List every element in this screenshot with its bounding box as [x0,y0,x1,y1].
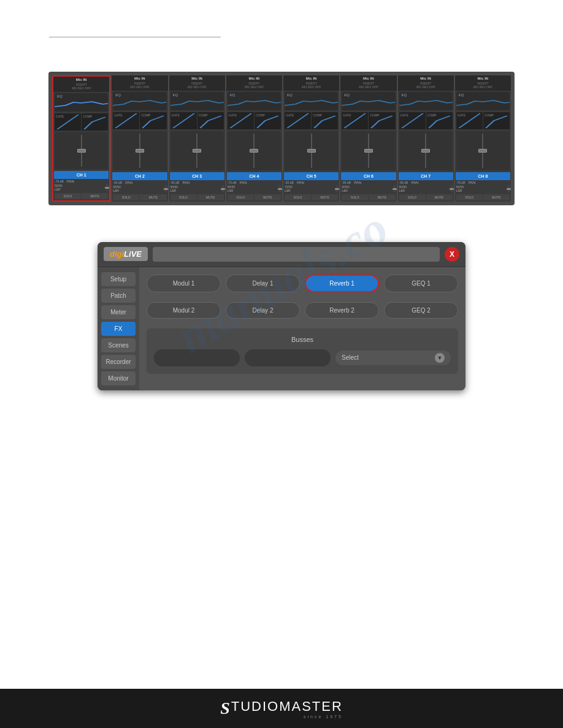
solo-btn-ch1[interactable]: SOLO [55,193,81,199]
fader-area-ch8[interactable] [456,131,510,170]
channel-strip-ch2[interactable]: Mic IN INSERT 48V REV HPF EQ GATE COMP [112,75,167,202]
channel-strip-ch6[interactable]: Mic IN INSERT 48V REV HPF EQ GATE COMP [340,75,396,202]
sidebar-btn-scenes[interactable]: Scenes [101,338,136,352]
mini-fader-ch8[interactable] [508,185,510,192]
digilive-close-button[interactable]: X [445,247,459,262]
fader-handle-ch8[interactable] [478,149,487,153]
flags-ch7: 48V REV HPF [400,85,452,89]
mini-fader-knob-ch8[interactable] [507,188,511,190]
mute-btn-ch6[interactable]: MUTE [369,194,395,200]
fx-btn-delay1[interactable]: Delay 1 [226,275,300,292]
fader-handle-ch7[interactable] [421,149,430,153]
solo-btn-ch6[interactable]: SOLO [342,194,368,200]
fx-btn-modul1[interactable]: Modul 1 [147,275,221,292]
ch-name-bar-ch1[interactable]: CH 1 [54,171,109,179]
mini-fader-ch1[interactable] [106,184,108,191]
fx-btn-reverb1[interactable]: Reverb 1 [305,275,379,292]
solo-mute-row-ch6: SOLO MUTE [342,194,395,200]
fader-handle-ch1[interactable] [77,149,86,153]
mini-fader-ch3[interactable] [222,185,224,192]
mute-btn-ch8[interactable]: MUTE [483,194,510,200]
mini-fader-knob-ch1[interactable] [105,187,109,189]
solo-btn-ch2[interactable]: SOLO [113,194,139,200]
fx-btn-reverb2[interactable]: Reverb 2 [305,302,379,319]
fader-mini-row-ch4: 50/50L&R [226,185,282,194]
solo-btn-ch7[interactable]: SOLO [399,194,426,200]
solo-btn-ch5[interactable]: SOLO [285,194,311,200]
fader-area-ch3[interactable] [170,131,224,170]
mini-fader-ch5[interactable] [336,185,338,192]
fader-handle-ch6[interactable] [364,149,373,153]
fader-area-ch1[interactable] [55,132,108,169]
mixer-panel: Mic IN INSERT 48V REV HPF EQ GATE COMP [0,59,563,218]
channel-strip-ch1[interactable]: Mic IN INSERT 48V REV HPF EQ GATE COMP [52,75,110,202]
mini-fader-ch2[interactable] [165,185,167,192]
channel-strip-ch5[interactable]: Mic IN INSERT 48V REV HPF EQ GATE COMP [283,75,339,202]
sidebar-btn-setup[interactable]: Setup [101,272,136,286]
mini-fader-knob-ch4[interactable] [278,188,282,190]
ch-name-bar-ch6[interactable]: CH 6 [341,172,396,180]
mute-btn-ch7[interactable]: MUTE [426,194,453,200]
sidebar-btn-patch[interactable]: Patch [101,289,136,303]
ch-name-bar-ch2[interactable]: CH 2 [112,172,167,180]
mute-btn-ch3[interactable]: MUTE [197,194,224,200]
bus-select-dropdown[interactable]: Select ▼ [335,351,451,365]
fader-area-ch7[interactable] [399,131,453,170]
fader-handle-ch2[interactable] [136,149,144,153]
solo-btn-ch3[interactable]: SOLO [170,194,197,200]
sidebar-btn-recorder[interactable]: Recorder [101,355,136,369]
mute-btn-ch2[interactable]: MUTE [140,194,166,200]
mini-fader-ch4[interactable] [279,185,281,192]
mute-btn-ch4[interactable]: MUTE [255,194,281,200]
ch-name-bar-ch7[interactable]: CH 7 [399,172,453,180]
channel-strip-ch8[interactable]: Mic IN INSERT 48V REV HPF EQ GATE COMP [455,75,511,202]
pan-val-ch8: 50/50L&R [456,185,507,192]
ch-name-bar-ch3[interactable]: CH 3 [170,172,224,180]
mini-fader-knob-ch2[interactable] [164,188,168,190]
fader-area-ch6[interactable] [342,131,395,170]
mini-fader-knob-ch3[interactable] [221,188,225,190]
sidebar-btn-monitor[interactable]: Monitor [101,371,136,385]
sidebar-btn-fx[interactable]: FX [101,322,136,336]
mic-in-ch6: Mic IN [342,77,394,82]
fader-handle-ch4[interactable] [250,149,258,153]
comp-ch7: COMP [426,112,453,129]
pan-row-ch7: -90 dB PAN [398,180,454,185]
fader-area-ch4[interactable] [228,131,281,170]
fader-handle-ch5[interactable] [307,149,316,153]
fx-btn-geq1[interactable]: GEQ 1 [384,275,458,292]
solo-btn-ch4[interactable]: SOLO [228,194,254,200]
db-ch1: -79 dB [55,180,66,183]
solo-btn-ch8[interactable]: SOLO [456,194,483,200]
fader-handle-ch3[interactable] [193,149,201,153]
eq-display-ch2: EQ [113,92,166,110]
mini-fader-ch6[interactable] [394,185,396,192]
fx-btn-delay2[interactable]: Delay 2 [226,302,300,319]
bus-select-label: Select [342,354,431,361]
mini-fader-knob-ch6[interactable] [393,188,397,190]
fader-area-ch5[interactable] [285,131,338,170]
mute-btn-ch5[interactable]: MUTE [312,194,338,200]
fader-area-ch2[interactable] [113,131,166,170]
mute-btn-ch1[interactable]: MUTE [82,193,108,199]
mini-fader-knob-ch7[interactable] [450,188,454,190]
mini-fader-knob-ch5[interactable] [335,188,339,190]
channel-strip-ch7[interactable]: Mic IN INSERT 48V REV HPF EQ GATE COMP [398,75,454,202]
ch-name-bar-ch8[interactable]: CH 8 [456,172,510,180]
pan-label-ch1: PAN [67,180,74,183]
ch-name-bar-ch5[interactable]: CH 5 [284,172,339,180]
pan-val-ch5: 70/50L&R [285,185,335,192]
gate-ch6: GATE [342,112,368,129]
mini-fader-ch7[interactable] [451,185,453,192]
fx-row-2: Modul 2Delay 2Reverb 2GEQ 2 [147,302,458,319]
fx-btn-modul2[interactable]: Modul 2 [147,302,221,319]
bus-select-arrow-icon: ▼ [435,353,445,363]
pan-label-ch6: PAN [354,181,361,184]
ch-header-ch8: Mic IN INSERT 48V REV HPF [455,75,511,91]
mic-in-ch7: Mic IN [400,77,452,82]
sidebar-btn-meter[interactable]: Meter [101,305,136,319]
channel-strip-ch4[interactable]: Mic IN INSERT 48V REV HPF EQ GATE COMP [226,75,282,202]
channel-strip-ch3[interactable]: Mic IN INSERT 48V REV HPF EQ GATE COMP [169,75,225,202]
fx-btn-geq2[interactable]: GEQ 2 [384,302,458,319]
ch-name-bar-ch4[interactable]: CH 4 [227,172,282,180]
